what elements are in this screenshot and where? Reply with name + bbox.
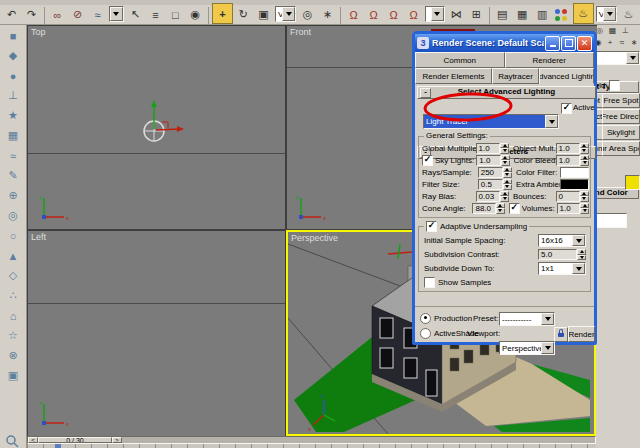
- spinner[interactable]: [580, 155, 589, 166]
- unlink-selection-icon[interactable]: ⊘: [68, 5, 87, 24]
- render-button[interactable]: Render: [568, 326, 595, 342]
- helpers-category-icon[interactable]: +: [604, 36, 616, 48]
- autogrid-checkbox[interactable]: [609, 80, 620, 91]
- spinner[interactable]: [580, 203, 589, 214]
- free-spot-button[interactable]: Free Spot: [602, 93, 640, 108]
- home-tab-icon[interactable]: ⌂: [5, 307, 22, 324]
- select-and-manipulate-icon[interactable]: ∗: [318, 5, 337, 24]
- maximize-button[interactable]: [561, 36, 576, 51]
- previous-frame-button[interactable]: <: [28, 437, 38, 443]
- viewport-left-label[interactable]: Left: [31, 232, 46, 242]
- chevron-down-icon[interactable]: [110, 7, 123, 21]
- chevron-down-icon[interactable]: [431, 7, 444, 21]
- subdivision-contrast-field[interactable]: 5.0: [538, 249, 577, 260]
- chevron-down-icon[interactable]: [626, 52, 639, 64]
- systems-category-icon[interactable]: ∗: [628, 36, 640, 48]
- snap-toggle-icon[interactable]: Ω: [344, 5, 363, 24]
- tab-common[interactable]: Common: [415, 52, 505, 68]
- chevron-down-icon[interactable]: [572, 235, 585, 246]
- initial-sample-spacing-combo[interactable]: 16x16: [538, 234, 586, 247]
- mirror-icon[interactable]: ⋈: [447, 5, 466, 24]
- select-and-rotate-icon[interactable]: ↻: [234, 5, 253, 24]
- spinner[interactable]: [503, 167, 512, 178]
- sky-lights-field[interactable]: 1.0: [476, 155, 500, 166]
- display-panel-tab-icon[interactable]: ▦: [606, 25, 619, 36]
- viewport-left[interactable]: Left x z: [27, 230, 286, 438]
- compounds-tab-icon[interactable]: ●: [5, 67, 22, 84]
- bounces-field[interactable]: 0: [556, 191, 580, 202]
- color-filter-swatch[interactable]: [560, 167, 589, 178]
- filter-size-field[interactable]: 0.5: [478, 179, 503, 190]
- tab-advanced-lighting[interactable]: Advanced Lighting: [539, 68, 594, 84]
- rectangular-selection-region-icon[interactable]: □: [166, 5, 185, 24]
- track-bar-marker[interactable]: [55, 444, 61, 448]
- splines-tab-icon[interactable]: ✎: [5, 167, 22, 184]
- layer-manager-icon[interactable]: ▤: [493, 5, 512, 24]
- color-bleed-field[interactable]: 1.0: [556, 155, 580, 166]
- crossing-selection-icon[interactable]: ◉: [186, 5, 205, 24]
- preset-combo[interactable]: -----------: [499, 312, 555, 326]
- named-selection-combo[interactable]: [425, 6, 445, 22]
- figure-tab-icon[interactable]: ∴: [5, 287, 22, 304]
- spinner[interactable]: [500, 143, 509, 154]
- rays-sample-field[interactable]: 250: [478, 167, 503, 178]
- percent-snap-icon[interactable]: Ω: [384, 5, 403, 24]
- spinner[interactable]: [500, 191, 509, 202]
- spinner[interactable]: [503, 179, 512, 190]
- display-tab-icon[interactable]: ▦: [5, 127, 22, 144]
- object-mult-field[interactable]: 1.0: [556, 143, 580, 154]
- schematic-view-icon[interactable]: ▥: [533, 5, 552, 24]
- spinner[interactable]: [580, 191, 589, 202]
- shapes-tab-icon[interactable]: ◆: [5, 47, 22, 64]
- monitor-tab-icon[interactable]: ▣: [5, 367, 22, 384]
- redo-icon[interactable]: ↷: [22, 5, 41, 24]
- minimize-button[interactable]: [545, 36, 560, 51]
- use-center-icon[interactable]: ◎: [298, 5, 317, 24]
- spacewarps-category-icon[interactable]: ≈: [616, 36, 628, 48]
- chevron-down-icon[interactable]: [541, 342, 554, 354]
- reference-coordinate-combo[interactable]: View: [275, 6, 296, 22]
- objects-tab-icon[interactable]: ■: [5, 27, 22, 44]
- next-frame-button[interactable]: >: [112, 437, 122, 443]
- volumes-field[interactable]: 1.0: [557, 203, 580, 214]
- viewport-front-label[interactable]: Front: [290, 27, 311, 37]
- utilities-tab-icon[interactable]: ⊥: [619, 25, 632, 36]
- tab-render-elements[interactable]: Render Elements: [415, 68, 492, 84]
- keys-tab-icon[interactable]: ⊕: [5, 187, 22, 204]
- dialog-titlebar[interactable]: 3 Render Scene: Default Scanline Rend...…: [415, 34, 594, 52]
- spinner[interactable]: [496, 203, 505, 214]
- zoom-region-icon[interactable]: [5, 435, 19, 448]
- gauge-tab-icon[interactable]: ☆: [5, 327, 22, 344]
- skylight-button[interactable]: Skylight: [602, 125, 640, 140]
- undo-icon[interactable]: ↶: [2, 5, 21, 24]
- material-editor-icon[interactable]: [553, 5, 572, 24]
- cone-angle-field[interactable]: 88.0: [472, 203, 495, 214]
- quick-render-icon[interactable]: ♨: [619, 5, 638, 24]
- spinner-snap-icon[interactable]: Ω: [404, 5, 423, 24]
- angle-snap-icon[interactable]: Ω: [364, 5, 383, 24]
- ray-bias-field[interactable]: 0.03: [476, 191, 500, 202]
- render-type-combo[interactable]: View: [596, 6, 617, 22]
- adaptive-undersampling-checkbox[interactable]: [426, 221, 437, 232]
- object-name-input[interactable]: [597, 213, 627, 228]
- spinner[interactable]: [501, 155, 510, 166]
- tab-renderer[interactable]: Renderer: [505, 52, 595, 68]
- viewport-lock-button[interactable]: [554, 327, 568, 342]
- select-and-link-icon[interactable]: ∞: [48, 5, 67, 24]
- object-color-swatch[interactable]: [625, 175, 640, 190]
- viewport-combo[interactable]: Perspective: [499, 341, 555, 355]
- select-and-move-icon[interactable]: +: [212, 3, 233, 24]
- select-by-name-icon[interactable]: ≡: [146, 5, 165, 24]
- helpers-tab-icon[interactable]: ○: [5, 227, 22, 244]
- select-and-scale-icon[interactable]: ▣: [254, 5, 273, 24]
- sky-lights-checkbox[interactable]: [422, 155, 433, 166]
- collapse-icon[interactable]: -: [420, 88, 431, 98]
- chevron-down-icon[interactable]: [541, 313, 554, 325]
- star-shapes-tab-icon[interactable]: ★: [5, 107, 22, 124]
- selection-filter-combo[interactable]: All: [109, 6, 124, 22]
- close-button[interactable]: ✕: [577, 36, 592, 51]
- viewport-top-label[interactable]: Top: [31, 27, 46, 37]
- curve-editor-icon[interactable]: ▦: [513, 5, 532, 24]
- layers-tab-icon[interactable]: ≈: [5, 147, 22, 164]
- free-direct-button[interactable]: Free Direct: [602, 109, 640, 124]
